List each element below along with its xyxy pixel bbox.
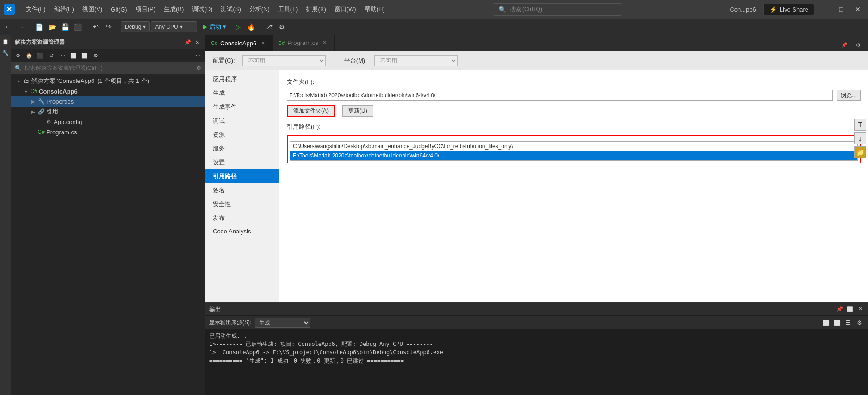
folder-path-input[interactable] <box>287 90 833 101</box>
properties-expand-arrow[interactable]: ▶ <box>30 98 37 105</box>
sol-btn-4[interactable]: ↺ <box>46 50 56 61</box>
nav-item-build-events[interactable]: 生成事件 <box>205 100 279 114</box>
nav-item-settings[interactable]: 设置 <box>205 156 279 169</box>
nav-item-reference-paths[interactable]: 引用路径 <box>205 169 279 183</box>
add-folder-button[interactable]: 添加文件夹(A) <box>287 105 335 117</box>
debug-run-button[interactable]: ▷ <box>232 21 244 33</box>
debug-config-dropdown[interactable]: Debug ▾ <box>121 21 150 32</box>
menu-build[interactable]: 生成(B) <box>160 3 187 15</box>
sol-btn-5[interactable]: ↩ <box>57 50 68 61</box>
explorer-icon[interactable]: 📋 <box>1 37 10 46</box>
close-button[interactable]: ✕ <box>851 3 864 16</box>
references-node[interactable]: ▶ 🔗 引用 <box>11 107 205 117</box>
update-button[interactable]: 更新(U) <box>342 105 373 117</box>
move-down-button[interactable]: ↓ <box>854 132 866 144</box>
remove-folder-button[interactable]: 📁 <box>854 146 866 158</box>
sol-btn-7[interactable]: ⬜ <box>80 50 90 61</box>
appconfig-node[interactable]: ▶ ⚙ App.config <box>11 117 205 127</box>
sol-btn-3[interactable]: ⬛ <box>35 50 45 61</box>
live-share-label: Live Share <box>780 6 808 13</box>
tab-consoleapp6-close[interactable]: ✕ <box>259 39 267 47</box>
nav-item-debug[interactable]: 调试 <box>205 114 279 128</box>
nav-item-security[interactable]: 安全性 <box>205 197 279 211</box>
run-button[interactable]: ▶ 启动 ▾ <box>198 21 231 33</box>
panel-close-icon[interactable]: ✕ <box>193 38 201 46</box>
hot-reload-button[interactable]: 🔥 <box>245 21 257 33</box>
git-settings-button[interactable]: ⚙ <box>276 21 288 33</box>
search-sol-icon: 🔍 <box>15 65 22 71</box>
output-float-icon[interactable]: ⬜ <box>846 305 854 313</box>
sol-btn-8[interactable]: ⚙ <box>91 50 101 61</box>
output-wrap-icon[interactable]: ⬜ <box>832 318 842 328</box>
references-icon: 🔗 <box>37 107 45 116</box>
project-expand-arrow[interactable]: ▾ <box>22 88 30 95</box>
new-button[interactable]: 📄 <box>33 21 45 33</box>
menu-test[interactable]: 测试(S) <box>217 3 244 15</box>
menu-file[interactable]: 文件(F) <box>22 3 50 15</box>
sol-more-icon[interactable]: ⋯ <box>193 50 203 61</box>
menu-analyze[interactable]: 分析(N) <box>246 3 273 15</box>
minimize-button[interactable]: — <box>818 3 831 16</box>
config-label: 配置(C): <box>213 56 235 65</box>
properties-node[interactable]: ▶ 🔧 Properties <box>11 96 205 107</box>
menu-git[interactable]: Git(G) <box>107 4 130 15</box>
search-solution-input[interactable] <box>25 65 193 71</box>
menu-edit[interactable]: 编辑(E) <box>50 3 78 15</box>
tab-consoleapp6[interactable]: C# ConsoleApp6 ✕ <box>205 35 273 51</box>
tab-bar-pin-icon[interactable]: 📌 <box>838 39 850 51</box>
browse-button[interactable]: 浏览... <box>837 90 861 101</box>
undo-button[interactable]: ↶ <box>90 21 102 33</box>
output-lock-icon[interactable]: ☰ <box>843 318 853 328</box>
project-node[interactable]: ▾ C# ConsoleApp6 <box>11 86 205 96</box>
references-expand-arrow[interactable]: ▶ <box>30 108 37 115</box>
ref-path-item-1[interactable]: F:\Tools\Matlab 2020a\toolbox\dotnetbuil… <box>290 151 857 160</box>
tab-bar-settings-icon[interactable]: ⚙ <box>852 39 864 51</box>
nav-item-build[interactable]: 生成 <box>205 86 279 100</box>
menu-window[interactable]: 窗口(W) <box>331 3 360 15</box>
output-source-select[interactable]: 生成 <box>255 318 310 328</box>
menu-help[interactable]: 帮助(H) <box>361 3 389 15</box>
title-search-box[interactable]: 🔍 搜索 (Ctrl+Q) <box>493 3 622 16</box>
menu-debug[interactable]: 调试(D) <box>188 3 216 15</box>
output-filter-icon[interactable]: ⚙ <box>854 318 864 328</box>
sol-btn-1[interactable]: ⟳ <box>13 50 23 61</box>
save-all-button[interactable]: ⬛ <box>72 21 84 33</box>
ref-path-item-0[interactable]: C:\Users\wangshilin\Desktop\kb\main_entr… <box>290 142 857 151</box>
redo-button[interactable]: ↷ <box>103 21 115 33</box>
solution-node[interactable]: ▾ 🗂 解决方案 'ConsoleApp6' (1 个项目，共 1 个) <box>11 76 205 86</box>
panel-header-icons: 📌 ✕ <box>184 38 201 46</box>
save-button[interactable]: 💾 <box>59 21 71 33</box>
solution-expand-arrow[interactable]: ▾ <box>15 77 22 85</box>
menu-view[interactable]: 视图(V) <box>79 3 106 15</box>
platform-settings-label: 平台(M): <box>344 56 367 65</box>
activity-item-2[interactable]: 🔧 <box>1 48 10 57</box>
config-select[interactable]: 不可用 <box>242 55 326 66</box>
maximize-button[interactable]: □ <box>835 3 848 16</box>
nav-item-publish[interactable]: 发布 <box>205 211 279 225</box>
nav-item-signing[interactable]: 签名 <box>205 183 279 197</box>
nav-item-code-analysis[interactable]: Code Analysis <box>205 225 279 238</box>
output-close-icon[interactable]: ✕ <box>856 305 864 313</box>
menu-extensions[interactable]: 扩展(X) <box>302 3 329 15</box>
sol-btn-2[interactable]: 🏠 <box>24 50 34 61</box>
platform-dropdown[interactable]: Any CPU ▾ <box>151 21 197 32</box>
nav-item-application[interactable]: 应用程序 <box>205 72 279 86</box>
git-button[interactable]: ⎇ <box>263 21 275 33</box>
live-share-button[interactable]: ⚡ Live Share <box>763 4 814 15</box>
platform-select[interactable]: 不可用 <box>374 55 458 66</box>
sol-btn-6[interactable]: ⬜ <box>68 50 79 61</box>
nav-item-services[interactable]: 服务 <box>205 142 279 156</box>
nav-item-resources[interactable]: 资源 <box>205 128 279 142</box>
forward-button[interactable]: → <box>15 21 27 33</box>
programcs-node[interactable]: ▶ C# Program.cs <box>11 127 205 137</box>
tab-programcs-close[interactable]: ✕ <box>321 39 329 47</box>
menu-tools[interactable]: 工具(T) <box>274 3 302 15</box>
tab-programcs[interactable]: C# Program.cs ✕ <box>273 35 335 51</box>
move-up-button[interactable]: T <box>854 119 866 131</box>
output-clear-icon[interactable]: ⬜ <box>821 318 831 328</box>
open-button[interactable]: 📂 <box>46 21 58 33</box>
output-pin-icon[interactable]: 📌 <box>836 305 844 313</box>
pin-icon[interactable]: 📌 <box>184 38 192 46</box>
back-button[interactable]: ← <box>2 21 14 33</box>
menu-project[interactable]: 项目(P) <box>132 3 159 15</box>
